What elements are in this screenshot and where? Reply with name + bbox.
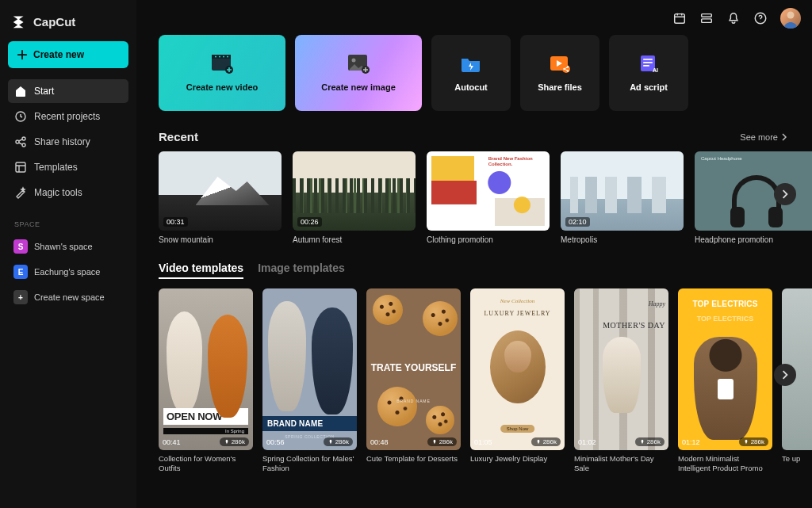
sidebar-item-magic-tools[interactable]: Magic tools xyxy=(8,181,128,204)
tile-autocut[interactable]: Autocut xyxy=(431,35,511,111)
plus-icon xyxy=(16,48,29,61)
tile-label: Share files xyxy=(538,82,582,92)
sidebar-item-label: Start xyxy=(34,86,54,97)
plus-icon: + xyxy=(13,290,28,304)
svg-point-14 xyxy=(223,56,224,58)
svg-point-3 xyxy=(22,143,25,147)
template-card[interactable]: BRAND NAMESPRING COLLECTION00:56286kSpri… xyxy=(262,288,357,474)
tile-image[interactable]: Create new image xyxy=(295,35,422,111)
template-title: Minimalist Mother's Day Sale xyxy=(574,454,668,474)
recent-thumbnail: 00:31 xyxy=(159,151,282,231)
recent-title: Headphone promotion xyxy=(695,235,812,244)
create-new-button[interactable]: Create new xyxy=(8,41,128,68)
templates-carousel-next[interactable] xyxy=(774,364,796,386)
template-card[interactable]: New CollectionLUXURY JEWELRYShop Now01:0… xyxy=(470,288,565,474)
likes-badge: 286k xyxy=(635,437,665,446)
recent-card[interactable]: 00:26Autumn forest xyxy=(293,151,416,244)
duration-badge: 00:26 xyxy=(297,217,322,227)
help-icon[interactable] xyxy=(753,11,768,25)
recent-thumbnail: Brand New Fashion Collection. xyxy=(427,151,550,231)
template-thumbnail: BRAND NAMESPRING COLLECTION00:56286k xyxy=(262,288,357,450)
template-card[interactable]: TRATE YOURSELFBRAND NAME00:48286kCute Te… xyxy=(366,288,461,474)
tab-image-templates[interactable]: Image templates xyxy=(258,262,345,279)
template-title: Cute Template for Desserts xyxy=(366,454,461,464)
tile-label: Create new image xyxy=(321,82,396,92)
likes-badge: 286k xyxy=(531,437,561,446)
template-thumbnail: TOP ELECTRICSTOP ELECTRICS01:12286k xyxy=(678,288,772,450)
svg-point-15 xyxy=(227,56,228,58)
sidebar-item-templates[interactable]: Templates xyxy=(8,155,128,179)
space-header: SPACE xyxy=(14,220,122,228)
svg-rect-4 xyxy=(16,162,25,172)
picture-icon xyxy=(347,54,370,74)
sidebar: CapCut Create new StartRecent projectsSh… xyxy=(0,0,136,508)
create-new-space[interactable]: + Create new space xyxy=(8,285,128,309)
likes-badge: 286k xyxy=(324,437,353,446)
template-title: Modern Minimalist Intelligent Product Pr… xyxy=(678,454,772,474)
bell-icon[interactable] xyxy=(726,11,741,25)
recent-card[interactable]: 02:10Metropolis xyxy=(561,151,684,244)
space-badge: S xyxy=(13,239,28,254)
capcut-logo-icon xyxy=(11,13,29,30)
calendar-icon[interactable] xyxy=(672,11,687,25)
template-thumbnail: OPEN NOWIn Spring00:41286k xyxy=(159,288,253,450)
tab-video-templates[interactable]: Video templates xyxy=(159,262,243,279)
magic-icon xyxy=(14,186,27,199)
template-thumbnail: New CollectionLUXURY JEWELRYShop Now01:0… xyxy=(470,288,565,450)
template-card[interactable]: OPEN NOWIn Spring00:41286kCollection for… xyxy=(159,288,253,474)
template-title: Luxury Jewelry Display xyxy=(470,454,565,464)
share-icon xyxy=(14,136,27,148)
tile-share[interactable]: Share files xyxy=(520,35,599,111)
duration-badge: 01:12 xyxy=(682,438,700,446)
template-icon xyxy=(14,161,27,174)
space-item[interactable]: SShawn's space xyxy=(8,235,128,258)
duration-badge: 01:02 xyxy=(578,438,596,446)
template-title: Te up xyxy=(782,454,812,464)
space-label: Shawn's space xyxy=(34,242,93,251)
space-item[interactable]: EEachung's space xyxy=(8,260,128,284)
sidebar-item-start[interactable]: Start xyxy=(8,79,128,103)
topbar xyxy=(672,8,801,29)
brand-logo[interactable]: CapCut xyxy=(8,10,128,41)
tile-adscript[interactable]: AIAd script xyxy=(609,35,688,111)
create-space-label: Create new space xyxy=(34,292,105,302)
recent-thumbnail: 02:10 xyxy=(561,151,684,231)
svg-point-18 xyxy=(352,59,356,63)
recent-title: Clothing promotion xyxy=(427,235,550,244)
duration-badge: 00:41 xyxy=(163,438,181,446)
svg-rect-6 xyxy=(702,14,712,17)
sidebar-item-label: Share history xyxy=(34,136,90,147)
sidebar-item-label: Recent projects xyxy=(34,111,100,122)
sidebar-item-label: Magic tools xyxy=(34,187,82,198)
user-avatar[interactable] xyxy=(780,8,801,29)
main-panel: Create new videoCreate new imageAutocutS… xyxy=(136,0,812,508)
svg-rect-27 xyxy=(643,62,653,63)
recent-card[interactable]: Brand New Fashion Collection.Clothing pr… xyxy=(427,151,550,244)
layers-icon[interactable] xyxy=(699,11,714,25)
template-card[interactable]: TOP ELECTRICSTOP ELECTRICS01:12286kModer… xyxy=(678,288,772,474)
sidebar-item-recent-projects[interactable]: Recent projects xyxy=(8,105,128,128)
likes-badge: 286k xyxy=(427,437,457,446)
recent-card[interactable]: 00:31Snow mountain xyxy=(159,151,282,244)
likes-badge: 286k xyxy=(220,437,249,446)
duration-badge: 00:48 xyxy=(370,438,389,446)
svg-point-2 xyxy=(22,137,25,140)
action-tiles-row: Create new videoCreate new imageAutocutS… xyxy=(159,35,812,111)
recent-carousel-next[interactable] xyxy=(774,183,796,205)
recent-title: Snow mountain xyxy=(159,235,282,244)
space-badge: E xyxy=(13,265,28,279)
svg-point-13 xyxy=(219,56,220,58)
sidebar-item-share-history[interactable]: Share history xyxy=(8,130,128,154)
film-icon xyxy=(211,54,233,74)
tile-video[interactable]: Create new video xyxy=(159,35,285,111)
template-card[interactable]: HappyMOTHER'S DAY01:02286kMinimalist Mot… xyxy=(574,288,668,474)
create-new-label: Create new xyxy=(33,49,84,60)
svg-rect-26 xyxy=(643,59,653,60)
recent-row: 00:31Snow mountain00:26Autumn forestBran… xyxy=(159,151,812,244)
tile-label: Autocut xyxy=(454,82,488,92)
clock-icon xyxy=(14,110,27,123)
svg-rect-28 xyxy=(643,65,649,67)
play-share-icon xyxy=(549,54,571,74)
see-more-recent[interactable]: See more xyxy=(740,132,788,142)
svg-point-9 xyxy=(787,12,795,19)
